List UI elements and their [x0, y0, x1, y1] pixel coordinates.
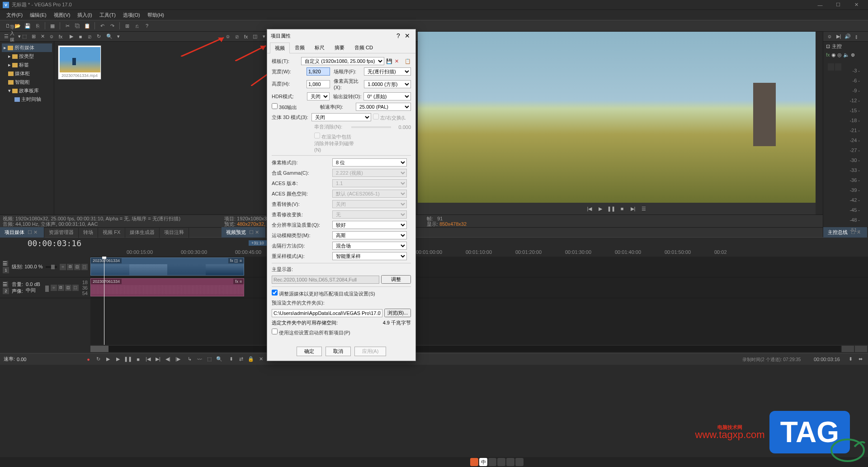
fps-select[interactable]: 25.000 (PAL): [356, 103, 411, 111]
get-media-icon[interactable]: ⊞: [30, 33, 37, 40]
tab-transitions[interactable]: 转场: [79, 227, 98, 238]
width-input[interactable]: [307, 67, 330, 76]
stop-icon[interactable]: ■: [77, 33, 84, 40]
cancel-button[interactable]: 取消: [326, 347, 351, 356]
copy-icon[interactable]: ⿻: [73, 22, 81, 30]
menu-options[interactable]: 选项(O): [119, 10, 144, 20]
master-fx-icon[interactable]: fx: [826, 52, 830, 58]
timeline-ruler[interactable]: 00:00:15:00 00:00:30:00 00:00:45:00 00:0…: [90, 248, 868, 257]
timecode-main[interactable]: 00:00:03:16: [28, 238, 81, 248]
mute-icon[interactable]: ◉: [831, 52, 836, 58]
track-menu-icon[interactable]: ☰: [3, 261, 8, 266]
auto-button[interactable]: ⬚: [72, 285, 79, 291]
lang-icon[interactable]: 中: [479, 458, 487, 466]
prerender-input[interactable]: [272, 309, 382, 317]
play-icon[interactable]: ▶: [596, 205, 604, 213]
mute-button[interactable]: ○: [51, 285, 57, 291]
dim-icon[interactable]: 🔈: [843, 52, 849, 58]
maximize-button[interactable]: ☐: [829, 0, 847, 10]
tab-audio[interactable]: 音频: [290, 42, 310, 53]
minimize-button[interactable]: —: [811, 0, 829, 10]
tab-notes[interactable]: 项目注释: [160, 227, 189, 238]
pause-icon[interactable]: ❚❚: [607, 205, 615, 213]
pause-icon[interactable]: ❚❚: [124, 355, 132, 363]
match-media-icon[interactable]: 📋: [405, 57, 411, 65]
snap-icon[interactable]: ⊞: [123, 22, 131, 30]
audio-track-header[interactable]: ☰ 2 音量: 声像: 0.0 dB 中间 ○ ⊡: [0, 277, 90, 298]
import-dropdown[interactable]: 导入媒体...▾: [12, 33, 19, 40]
menu-file[interactable]: 文件(F): [3, 10, 26, 20]
media-thumbnail[interactable]: 202307061334.mp4: [58, 45, 101, 80]
remove-icon[interactable]: ✕: [39, 33, 46, 40]
stop-icon[interactable]: ■: [134, 355, 142, 363]
play-start-icon[interactable]: ▶: [104, 355, 112, 363]
zoom-height-icon[interactable]: ⬍: [846, 355, 854, 363]
deint-select[interactable]: 混合场: [332, 242, 407, 250]
menu-insert[interactable]: 插入(I): [74, 10, 95, 20]
audio-icon[interactable]: 🔊: [844, 33, 851, 40]
signal-icon[interactable]: ⫿: [853, 33, 860, 40]
zoom-out-icon[interactable]: [842, 346, 854, 352]
loop-icon[interactable]: ↻: [94, 355, 102, 363]
tree-tags[interactable]: ▸ 标签: [2, 61, 52, 69]
output-fx-icon[interactable]: fx: [242, 33, 250, 40]
tab-generators[interactable]: 媒体生成器: [125, 227, 160, 238]
audio-track-lane[interactable]: 202307061334fx ≡: [90, 277, 868, 298]
next-frame-icon[interactable]: |▶: [174, 355, 182, 363]
par-select[interactable]: 1.0000 (方形): [364, 80, 411, 88]
delete-template-icon[interactable]: ✕: [394, 57, 399, 65]
cut-icon[interactable]: ✂: [63, 22, 71, 30]
fx-button[interactable]: ◫: [74, 264, 80, 270]
properties-icon[interactable]: ⛭: [48, 33, 55, 40]
adjust-button[interactable]: 调整: [381, 275, 411, 284]
field-order-select[interactable]: 无(逐行扫描): [364, 67, 411, 76]
stereo3d-select[interactable]: 关闭: [311, 113, 371, 121]
fx-button[interactable]: ◫: [65, 285, 71, 291]
tree-smart[interactable]: 智能柜: [2, 78, 52, 86]
video-track-lane[interactable]: 202307061334fx ◫ ≡: [90, 257, 868, 277]
fullres-select[interactable]: 较好: [332, 221, 407, 229]
external-icon[interactable]: ⎚: [233, 33, 241, 40]
template-select[interactable]: 自定义 (1920x1080, 25.000 fps): [301, 57, 384, 65]
dialog-help-icon[interactable]: ?: [394, 32, 403, 39]
fx-icon[interactable]: fx: [57, 33, 64, 40]
go-end-icon[interactable]: ▶|: [154, 355, 162, 363]
zoom-in-icon[interactable]: [855, 346, 867, 352]
360-output-checkbox[interactable]: [272, 103, 278, 109]
auto-icon[interactable]: ⊡: [826, 43, 830, 49]
height-input[interactable]: [307, 80, 330, 88]
tab-explorer[interactable]: 资源管理器: [44, 227, 79, 238]
settings-icon[interactable]: ⛭: [826, 33, 833, 40]
normal-edit-icon[interactable]: ↳: [185, 355, 193, 363]
render-icon[interactable]: ⎘: [33, 22, 42, 30]
ripple-icon[interactable]: ⎌: [133, 22, 141, 30]
play-icon[interactable]: ▶: [68, 33, 75, 40]
properties-icon[interactable]: ▦: [48, 22, 57, 30]
tab-video[interactable]: 视频: [270, 43, 290, 53]
auto-button[interactable]: ⬚: [81, 264, 88, 270]
tab-video-preview[interactable]: 视频预览 ☐ ✕: [222, 227, 266, 238]
preview-icon[interactable]: ⎚: [86, 33, 93, 40]
menu-help[interactable]: 帮助(H): [144, 10, 168, 20]
ok-button[interactable]: 确定: [297, 347, 322, 356]
redo-icon[interactable]: ↷: [108, 22, 116, 30]
tree-main-tl[interactable]: 主时间轴: [2, 95, 52, 104]
apply-button[interactable]: 应用(A): [354, 347, 387, 356]
undo-icon[interactable]: ↶: [98, 22, 106, 30]
menu-icon[interactable]: ☰: [640, 205, 648, 213]
tree-by-type[interactable]: ▸ 按类型: [2, 52, 52, 61]
select-icon[interactable]: ⬚: [205, 355, 213, 363]
tree-bins[interactable]: 媒体柜: [2, 69, 52, 78]
next-frame-icon[interactable]: ▶|: [629, 205, 637, 213]
snap-icon[interactable]: ⬍: [227, 355, 235, 363]
project-props-icon[interactable]: ⛭: [224, 33, 231, 40]
envelope-icon[interactable]: 〰: [195, 355, 203, 363]
split-icon[interactable]: ◫: [251, 33, 259, 40]
mblur-select[interactable]: 高斯: [332, 231, 407, 239]
use-all-new-checkbox[interactable]: [272, 329, 278, 334]
tab-video-fx[interactable]: 视频 FX: [98, 227, 125, 238]
ime-icon[interactable]: [470, 458, 478, 466]
views-icon[interactable]: ☰: [3, 33, 10, 40]
video-track-header[interactable]: ☰ 1 级别: 100.0 % ○ ⊡ ◫ ⬚: [0, 257, 90, 277]
timeline-scrollbar[interactable]: [90, 346, 841, 352]
